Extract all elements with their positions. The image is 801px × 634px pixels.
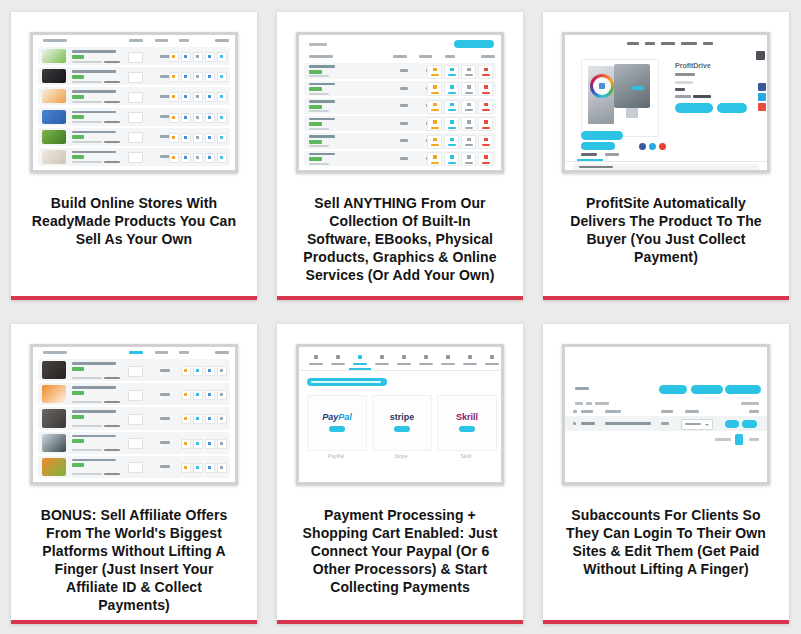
action-button[interactable] [193, 52, 203, 62]
action-button[interactable] [205, 414, 215, 424]
labeled-action-button[interactable] [444, 117, 459, 131]
labeled-action-button[interactable] [427, 100, 442, 114]
labeled-action-button[interactable] [427, 135, 442, 149]
share-circle-icon[interactable] [639, 143, 646, 150]
action-button[interactable] [169, 153, 179, 163]
price-box[interactable] [128, 366, 143, 377]
labeled-action-button[interactable] [461, 100, 476, 114]
labeled-action-button[interactable] [427, 82, 442, 96]
action-button[interactable] [193, 439, 203, 449]
action-button[interactable] [205, 153, 215, 163]
action-button[interactable] [181, 92, 191, 102]
edit-button[interactable] [725, 420, 739, 428]
action-button[interactable] [205, 133, 215, 143]
action-button[interactable] [169, 133, 179, 143]
labeled-action-button[interactable] [444, 100, 459, 114]
add-to-cart-button[interactable] [581, 131, 623, 140]
action-button[interactable] [193, 366, 203, 376]
labeled-action-button[interactable] [427, 117, 442, 131]
labeled-action-button[interactable] [478, 100, 493, 114]
action-button[interactable] [181, 153, 191, 163]
settings-tab[interactable] [328, 353, 348, 368]
create-shop-button[interactable] [454, 40, 494, 48]
status-select[interactable] [681, 419, 713, 430]
action-button[interactable] [217, 390, 227, 400]
action-button[interactable] [217, 463, 227, 473]
action-button[interactable] [217, 113, 227, 123]
share-circle-icon[interactable] [659, 143, 666, 150]
action-button[interactable] [217, 414, 227, 424]
labeled-action-button[interactable] [478, 65, 493, 79]
labeled-action-button[interactable] [444, 135, 459, 149]
price-box[interactable] [128, 52, 143, 63]
action-button[interactable] [169, 52, 179, 62]
labeled-action-button[interactable] [444, 65, 459, 79]
header-button[interactable] [725, 385, 761, 394]
action-button[interactable] [169, 113, 179, 123]
labeled-action-button[interactable] [478, 117, 493, 131]
action-button[interactable] [193, 113, 203, 123]
settings-tab[interactable] [416, 353, 436, 368]
settings-tab[interactable] [438, 353, 458, 368]
labeled-action-button[interactable] [478, 152, 493, 166]
action-button[interactable] [169, 72, 179, 82]
settings-tab[interactable] [350, 353, 370, 368]
action-button[interactable] [181, 439, 191, 449]
labeled-action-button[interactable] [478, 135, 493, 149]
price-box[interactable] [128, 462, 143, 473]
action-button[interactable] [205, 52, 215, 62]
labeled-action-button[interactable] [461, 65, 476, 79]
action-button[interactable] [181, 390, 191, 400]
price-box[interactable] [128, 92, 143, 103]
action-button[interactable] [181, 72, 191, 82]
labeled-action-button[interactable] [461, 117, 476, 131]
action-button[interactable] [193, 72, 203, 82]
action-button[interactable] [217, 366, 227, 376]
price-box[interactable] [128, 152, 143, 163]
action-button[interactable] [169, 92, 179, 102]
connect-provider-button[interactable] [394, 426, 410, 432]
share-sidebar-button[interactable] [758, 93, 766, 101]
buy-now-button[interactable] [717, 103, 747, 113]
action-button[interactable] [193, 153, 203, 163]
action-button[interactable] [205, 72, 215, 82]
labeled-action-button[interactable] [444, 82, 459, 96]
connect-provider-button[interactable] [459, 426, 475, 432]
action-button[interactable] [181, 463, 191, 473]
share-toggle-button[interactable] [756, 51, 765, 60]
settings-tab[interactable] [460, 353, 480, 368]
action-button[interactable] [217, 52, 227, 62]
action-button[interactable] [205, 439, 215, 449]
price-box[interactable] [128, 438, 143, 449]
price-box[interactable] [128, 72, 143, 83]
settings-tab[interactable] [482, 353, 501, 368]
action-button[interactable] [217, 92, 227, 102]
action-button[interactable] [193, 92, 203, 102]
header-button[interactable] [691, 385, 723, 394]
labeled-action-button[interactable] [478, 82, 493, 96]
price-box[interactable] [128, 112, 143, 123]
price-box[interactable] [128, 390, 143, 401]
action-button[interactable] [205, 390, 215, 400]
header-button[interactable] [659, 385, 687, 394]
settings-tab[interactable] [306, 353, 326, 368]
labeled-action-button[interactable] [427, 65, 442, 79]
action-button[interactable] [181, 366, 191, 376]
action-button[interactable] [217, 439, 227, 449]
action-button[interactable] [205, 463, 215, 473]
labeled-action-button[interactable] [461, 152, 476, 166]
action-button[interactable] [217, 153, 227, 163]
buy-button[interactable] [675, 103, 713, 113]
action-button[interactable] [193, 414, 203, 424]
action-button[interactable] [217, 72, 227, 82]
settings-tab[interactable] [394, 353, 414, 368]
action-button[interactable] [217, 133, 227, 143]
share-circle-icon[interactable] [649, 143, 656, 150]
labeled-action-button[interactable] [461, 82, 476, 96]
share-sidebar-button[interactable] [758, 83, 766, 91]
price-box[interactable] [128, 414, 143, 425]
action-button[interactable] [181, 113, 191, 123]
action-button[interactable] [205, 113, 215, 123]
labeled-action-button[interactable] [427, 152, 442, 166]
action-button[interactable] [181, 52, 191, 62]
